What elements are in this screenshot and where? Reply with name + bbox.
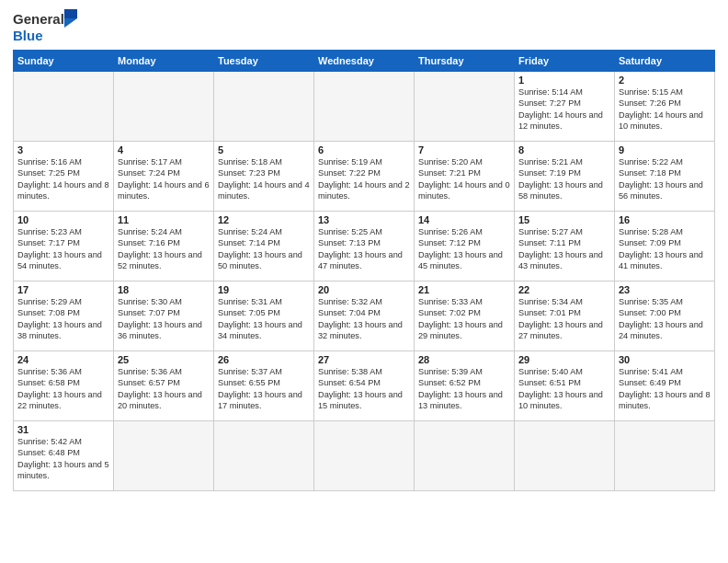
calendar-cell: 3Sunrise: 5:16 AM Sunset: 7:25 PM Daylig…	[14, 142, 114, 212]
day-info: Sunrise: 5:24 AM Sunset: 7:16 PM Dayligh…	[118, 226, 210, 272]
day-number: 29	[518, 354, 610, 365]
day-number: 31	[17, 424, 109, 435]
day-number: 1	[518, 75, 610, 86]
calendar-cell: 1Sunrise: 5:14 AM Sunset: 7:27 PM Daylig…	[515, 72, 615, 142]
day-info: Sunrise: 5:23 AM Sunset: 7:17 PM Dayligh…	[17, 226, 109, 272]
day-number: 23	[619, 284, 711, 295]
calendar-week-row: 1Sunrise: 5:14 AM Sunset: 7:27 PM Daylig…	[14, 72, 715, 142]
day-number: 19	[218, 284, 310, 295]
calendar-cell: 6Sunrise: 5:19 AM Sunset: 7:22 PM Daylig…	[314, 142, 415, 212]
calendar-cell	[114, 72, 214, 142]
day-info: Sunrise: 5:36 AM Sunset: 6:58 PM Dayligh…	[17, 366, 109, 412]
day-info: Sunrise: 5:17 AM Sunset: 7:24 PM Dayligh…	[118, 156, 210, 202]
day-info: Sunrise: 5:34 AM Sunset: 7:01 PM Dayligh…	[518, 296, 610, 342]
day-info: Sunrise: 5:22 AM Sunset: 7:18 PM Dayligh…	[619, 156, 711, 202]
day-info: Sunrise: 5:14 AM Sunset: 7:27 PM Dayligh…	[518, 86, 610, 132]
calendar-cell	[615, 421, 715, 491]
weekday-header-tuesday: Tuesday	[214, 51, 314, 72]
day-number: 30	[619, 354, 711, 365]
calendar-cell: 25Sunrise: 5:36 AM Sunset: 6:57 PM Dayli…	[114, 351, 214, 421]
day-number: 28	[418, 354, 510, 365]
day-info: Sunrise: 5:33 AM Sunset: 7:02 PM Dayligh…	[418, 296, 510, 342]
day-info: Sunrise: 5:41 AM Sunset: 6:49 PM Dayligh…	[619, 366, 711, 412]
calendar-cell	[114, 421, 214, 491]
weekday-header-saturday: Saturday	[615, 51, 715, 72]
calendar-week-row: 17Sunrise: 5:29 AM Sunset: 7:08 PM Dayli…	[14, 282, 715, 351]
calendar-week-row: 3Sunrise: 5:16 AM Sunset: 7:25 PM Daylig…	[14, 142, 715, 212]
weekday-header-sunday: Sunday	[14, 51, 114, 72]
svg-text:General: General	[13, 11, 64, 27]
calendar-cell	[314, 421, 415, 491]
weekday-header-row: SundayMondayTuesdayWednesdayThursdayFrid…	[14, 51, 715, 72]
day-number: 16	[619, 214, 711, 225]
calendar: SundayMondayTuesdayWednesdayThursdayFrid…	[13, 50, 715, 491]
weekday-header-friday: Friday	[515, 51, 615, 72]
day-info: Sunrise: 5:35 AM Sunset: 7:00 PM Dayligh…	[619, 296, 711, 342]
day-info: Sunrise: 5:24 AM Sunset: 7:14 PM Dayligh…	[218, 226, 310, 272]
day-number: 17	[17, 284, 109, 295]
weekday-header-wednesday: Wednesday	[314, 51, 415, 72]
day-info: Sunrise: 5:18 AM Sunset: 7:23 PM Dayligh…	[218, 156, 310, 202]
calendar-cell: 8Sunrise: 5:21 AM Sunset: 7:19 PM Daylig…	[515, 142, 615, 212]
day-number: 22	[518, 284, 610, 295]
calendar-cell	[214, 72, 314, 142]
calendar-cell: 20Sunrise: 5:32 AM Sunset: 7:04 PM Dayli…	[314, 282, 415, 351]
calendar-cell: 11Sunrise: 5:24 AM Sunset: 7:16 PM Dayli…	[114, 212, 214, 282]
day-number: 27	[318, 354, 410, 365]
calendar-cell: 16Sunrise: 5:28 AM Sunset: 7:09 PM Dayli…	[615, 212, 715, 282]
calendar-cell: 26Sunrise: 5:37 AM Sunset: 6:55 PM Dayli…	[214, 351, 314, 421]
calendar-cell: 12Sunrise: 5:24 AM Sunset: 7:14 PM Dayli…	[214, 212, 314, 282]
page: GeneralBlue SundayMondayTuesdayWednesday…	[0, 0, 728, 563]
generalblue-logo-icon: GeneralBlue	[13, 9, 77, 44]
calendar-cell: 29Sunrise: 5:40 AM Sunset: 6:51 PM Dayli…	[515, 351, 615, 421]
calendar-cell: 2Sunrise: 5:15 AM Sunset: 7:26 PM Daylig…	[615, 72, 715, 142]
calendar-cell: 24Sunrise: 5:36 AM Sunset: 6:58 PM Dayli…	[14, 351, 114, 421]
day-number: 9	[619, 144, 711, 155]
calendar-cell: 17Sunrise: 5:29 AM Sunset: 7:08 PM Dayli…	[14, 282, 114, 351]
svg-text:Blue: Blue	[13, 28, 43, 43]
day-info: Sunrise: 5:29 AM Sunset: 7:08 PM Dayligh…	[17, 296, 109, 342]
calendar-cell: 5Sunrise: 5:18 AM Sunset: 7:23 PM Daylig…	[214, 142, 314, 212]
calendar-cell	[415, 421, 515, 491]
calendar-cell: 10Sunrise: 5:23 AM Sunset: 7:17 PM Dayli…	[14, 212, 114, 282]
day-number: 10	[17, 214, 109, 225]
day-info: Sunrise: 5:39 AM Sunset: 6:52 PM Dayligh…	[418, 366, 510, 412]
calendar-cell	[415, 72, 515, 142]
day-number: 7	[418, 144, 510, 155]
calendar-cell: 22Sunrise: 5:34 AM Sunset: 7:01 PM Dayli…	[515, 282, 615, 351]
day-number: 21	[418, 284, 510, 295]
logo: GeneralBlue	[13, 9, 77, 44]
day-number: 4	[118, 144, 210, 155]
weekday-header-monday: Monday	[114, 51, 214, 72]
day-info: Sunrise: 5:19 AM Sunset: 7:22 PM Dayligh…	[318, 156, 410, 202]
calendar-cell: 27Sunrise: 5:38 AM Sunset: 6:54 PM Dayli…	[314, 351, 415, 421]
calendar-cell	[14, 72, 114, 142]
calendar-cell	[515, 421, 615, 491]
calendar-cell: 31Sunrise: 5:42 AM Sunset: 6:48 PM Dayli…	[14, 421, 114, 491]
day-number: 26	[218, 354, 310, 365]
day-info: Sunrise: 5:16 AM Sunset: 7:25 PM Dayligh…	[17, 156, 109, 202]
calendar-cell	[214, 421, 314, 491]
day-info: Sunrise: 5:30 AM Sunset: 7:07 PM Dayligh…	[118, 296, 210, 342]
day-number: 3	[17, 144, 109, 155]
calendar-cell: 9Sunrise: 5:22 AM Sunset: 7:18 PM Daylig…	[615, 142, 715, 212]
calendar-cell: 18Sunrise: 5:30 AM Sunset: 7:07 PM Dayli…	[114, 282, 214, 351]
calendar-cell: 30Sunrise: 5:41 AM Sunset: 6:49 PM Dayli…	[615, 351, 715, 421]
day-number: 18	[118, 284, 210, 295]
calendar-cell	[314, 72, 415, 142]
day-info: Sunrise: 5:25 AM Sunset: 7:13 PM Dayligh…	[318, 226, 410, 272]
day-info: Sunrise: 5:20 AM Sunset: 7:21 PM Dayligh…	[418, 156, 510, 202]
day-info: Sunrise: 5:27 AM Sunset: 7:11 PM Dayligh…	[518, 226, 610, 272]
day-number: 5	[218, 144, 310, 155]
calendar-week-row: 24Sunrise: 5:36 AM Sunset: 6:58 PM Dayli…	[14, 351, 715, 421]
day-info: Sunrise: 5:28 AM Sunset: 7:09 PM Dayligh…	[619, 226, 711, 272]
calendar-cell: 21Sunrise: 5:33 AM Sunset: 7:02 PM Dayli…	[415, 282, 515, 351]
day-number: 14	[418, 214, 510, 225]
weekday-header-thursday: Thursday	[415, 51, 515, 72]
header: GeneralBlue	[13, 9, 715, 44]
calendar-cell: 15Sunrise: 5:27 AM Sunset: 7:11 PM Dayli…	[515, 212, 615, 282]
day-info: Sunrise: 5:31 AM Sunset: 7:05 PM Dayligh…	[218, 296, 310, 342]
day-info: Sunrise: 5:42 AM Sunset: 6:48 PM Dayligh…	[17, 436, 109, 482]
day-number: 15	[518, 214, 610, 225]
calendar-cell: 13Sunrise: 5:25 AM Sunset: 7:13 PM Dayli…	[314, 212, 415, 282]
